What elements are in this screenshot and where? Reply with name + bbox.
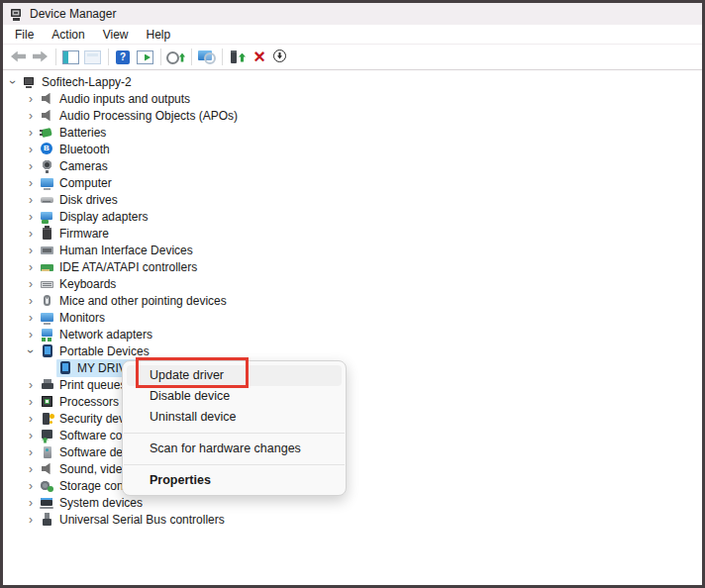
chevron-down-icon[interactable]: ›: [23, 343, 39, 359]
tree-item-portable-devices[interactable]: ›Portable Devices: [3, 343, 702, 359]
keyboard-icon: [40, 276, 55, 292]
chevron-right-icon[interactable]: ›: [23, 411, 39, 427]
tree-item-content: Batteries: [39, 124, 110, 142]
tree-item-universal-serial-bus-controllers[interactable]: ›Universal Serial Bus controllers: [3, 511, 702, 528]
display-adapter-icon: [40, 209, 55, 225]
window-title: Device Manager: [30, 7, 116, 21]
menu-file[interactable]: File: [6, 27, 43, 43]
tree-item-software-devices[interactable]: ›Software devices: [3, 443, 702, 460]
tree-item-content: IDE ATA/ATAPI controllers: [39, 258, 201, 276]
tree-item-disk-drives[interactable]: ›Disk drives: [3, 191, 702, 208]
update-driver-icon[interactable]: [165, 48, 187, 67]
device-manager-window: Device Manager FileActionViewHelp ›Sofit…: [0, 0, 705, 588]
speaker-icon: [40, 108, 55, 124]
tree-item-audio-processing-objects-apos[interactable]: ›Audio Processing Objects (APOs): [3, 107, 702, 124]
tree-item-content: Bluetooth: [39, 141, 114, 158]
usb-icon: [40, 512, 55, 528]
tree-item-software-components[interactable]: ›Software components: [3, 427, 702, 443]
tree-item-content: Firmware: [39, 225, 113, 243]
tree-item-processors[interactable]: ›Processors: [3, 393, 702, 410]
chevron-right-icon[interactable]: ›: [23, 428, 39, 443]
chevron-right-icon[interactable]: ›: [23, 226, 39, 242]
chevron-right-icon[interactable]: ›: [23, 142, 39, 157]
tree-item-human-interface-devices[interactable]: ›Human Interface Devices: [3, 242, 702, 258]
tree-item-content: Audio inputs and outputs: [39, 90, 194, 108]
tree-item-print-queues[interactable]: ›Print queues: [3, 376, 702, 393]
update-device-icon[interactable]: [227, 48, 249, 67]
tree-item-label: Network adapters: [59, 328, 152, 342]
tree-item-cameras[interactable]: ›Cameras: [3, 157, 702, 174]
tree-item-ide-ata-atapi-controllers[interactable]: ›IDE ATA/ATAPI controllers: [3, 258, 702, 275]
tree-item-my-drive[interactable]: MY DRIVE: [3, 359, 702, 376]
chevron-right-icon[interactable]: ›: [23, 327, 39, 343]
console-tree-icon[interactable]: [60, 48, 82, 67]
menu-item-properties[interactable]: Properties: [123, 470, 346, 491]
menu-view[interactable]: View: [94, 27, 138, 43]
tree-item-display-adapters[interactable]: ›Display adapters: [3, 208, 702, 225]
chevron-right-icon[interactable]: ›: [23, 276, 39, 292]
tree-item-computer[interactable]: ›Computer: [3, 174, 702, 191]
menu-item-scan-for-hardware-changes[interactable]: Scan for hardware changes: [123, 439, 346, 459]
chevron-right-icon[interactable]: ›: [23, 108, 39, 124]
chevron-right-icon[interactable]: ›: [23, 243, 39, 258]
disable-icon[interactable]: [270, 48, 292, 67]
action-pane-icon[interactable]: [135, 48, 156, 67]
tree-item-monitors[interactable]: ›Monitors: [3, 309, 702, 326]
forward-icon[interactable]: [30, 48, 51, 67]
tree-item-storage-controllers[interactable]: ›Storage controllers: [3, 477, 702, 494]
chevron-right-icon[interactable]: ›: [23, 512, 39, 528]
tree-item-network-adapters[interactable]: ›Network adapters: [3, 326, 702, 343]
chevron-right-icon[interactable]: ›: [23, 293, 39, 309]
titlebar: Device Manager: [3, 3, 702, 25]
chevron-right-icon[interactable]: ›: [23, 209, 39, 225]
tree-item-firmware[interactable]: ›Firmware: [3, 225, 702, 242]
mouse-icon: [40, 293, 55, 309]
menu-action[interactable]: Action: [43, 27, 93, 43]
scan-hardware-icon[interactable]: [196, 48, 218, 67]
menu-help[interactable]: Help: [138, 27, 180, 43]
chevron-right-icon[interactable]: ›: [23, 394, 39, 410]
chevron-right-icon[interactable]: ›: [23, 91, 39, 107]
menu-separator: [124, 433, 345, 434]
uninstall-icon[interactable]: [249, 48, 270, 67]
red-annotation-box: [136, 357, 249, 388]
tree-item-audio-inputs-and-outputs[interactable]: ›Audio inputs and outputs: [3, 90, 702, 107]
tree-item-content: Print queues: [39, 376, 130, 394]
chevron-right-icon[interactable]: ›: [23, 125, 39, 141]
chevron-down-icon[interactable]: ›: [5, 74, 21, 90]
tree-item-content: System devices: [39, 494, 147, 512]
tree-item-system-devices[interactable]: ›System devices: [3, 494, 702, 511]
tree-item-keyboards[interactable]: ›Keyboards: [3, 275, 702, 292]
chevron-right-icon[interactable]: ›: [23, 192, 39, 208]
chevron-right-icon[interactable]: ›: [23, 495, 39, 511]
system-icon: [40, 495, 55, 511]
tree-item-label: Audio inputs and outputs: [59, 92, 190, 106]
tree-item-sound-video-and-game-controllers[interactable]: ›Sound, video and game controllers: [3, 460, 702, 477]
tree-item-batteries[interactable]: ›Batteries: [3, 124, 702, 141]
toolbar-separator: [108, 49, 109, 65]
chevron-right-icon[interactable]: ›: [23, 377, 39, 393]
chevron-right-icon[interactable]: ›: [23, 478, 39, 494]
back-icon[interactable]: [8, 48, 30, 67]
chevron-right-icon[interactable]: ›: [23, 461, 39, 477]
chevron-right-icon[interactable]: ›: [23, 310, 39, 326]
chevron-right-icon[interactable]: ›: [23, 259, 39, 275]
toolbar: [3, 45, 702, 70]
tree-item-label: Cameras: [59, 159, 108, 173]
storage-icon: [40, 478, 55, 494]
tree-item-label: Sofitech-Lappy-2: [42, 75, 132, 89]
tree-item-label: Mice and other pointing devices: [59, 294, 227, 308]
tree-item-label: Bluetooth: [59, 143, 110, 156]
properties-icon[interactable]: [82, 48, 104, 67]
chevron-right-icon[interactable]: ›: [23, 444, 39, 460]
chevron-right-icon[interactable]: ›: [23, 158, 39, 174]
tree-item-bluetooth[interactable]: ›Bluetooth: [3, 141, 702, 157]
tree-item-security-devices[interactable]: ›Security devices: [3, 410, 702, 427]
tree-item-sofitech-lappy-2[interactable]: ›Sofitech-Lappy-2: [3, 73, 702, 90]
computer-icon: [22, 74, 38, 90]
help-icon[interactable]: [113, 48, 135, 67]
menu-item-uninstall-device[interactable]: Uninstall device: [123, 407, 346, 428]
chevron-right-icon[interactable]: ›: [23, 175, 39, 191]
tree-item-mice-and-other-pointing-devices[interactable]: ›Mice and other pointing devices: [3, 292, 702, 309]
menu-item-disable-device[interactable]: Disable device: [123, 386, 346, 407]
